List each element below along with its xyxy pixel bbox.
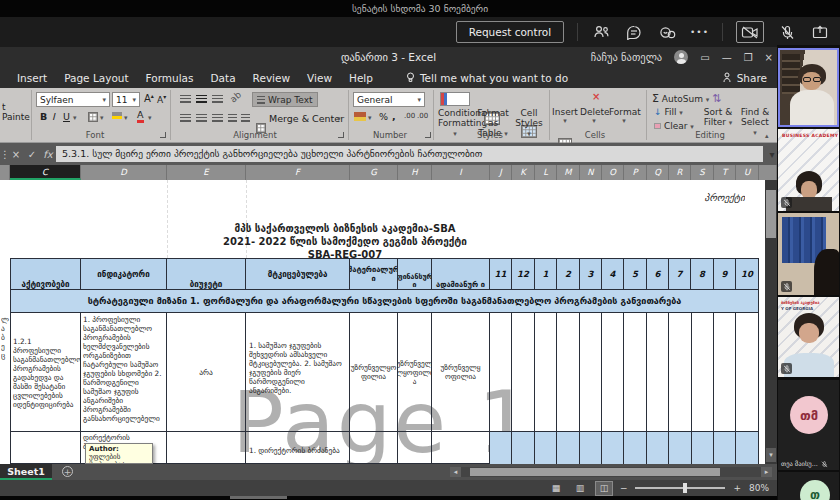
month-header[interactable]: 10: [736, 258, 759, 290]
column-header-c[interactable]: C: [10, 165, 81, 180]
participant-video-2[interactable]: BUSINESS ACADEMY: [778, 129, 839, 211]
format-cells-button[interactable]: Format▾: [609, 107, 639, 125]
month-header[interactable]: 11: [490, 258, 512, 290]
cell-evidence-2[interactable]: 1. დირექტორის ბრძანება: [246, 432, 350, 464]
align-center-icon[interactable]: [196, 114, 207, 122]
fill-button[interactable]: ↓ Fill ▾: [654, 107, 683, 117]
accounting-dropdown[interactable]: ▾: [368, 114, 372, 122]
wrap-text-button[interactable]: Wrap Text: [252, 92, 318, 107]
tab-page-layout[interactable]: Page Layout: [64, 72, 128, 84]
normal-view-icon[interactable]: ▦: [548, 482, 564, 495]
column-header-d[interactable]: D: [81, 165, 167, 180]
font-color-icon[interactable]: A: [137, 110, 144, 123]
column-header-t[interactable]: T: [714, 165, 736, 180]
zoom-slider-thumb[interactable]: [683, 483, 687, 493]
fill-color-dropdown[interactable]: ▾: [124, 114, 128, 122]
column-header-v-partial[interactable]: [759, 165, 777, 180]
tab-data[interactable]: Data: [211, 72, 236, 84]
merge-center-button[interactable]: Merge & Center: [269, 113, 344, 124]
column-header-f[interactable]: F: [246, 165, 350, 180]
vertical-scrollbar[interactable]: ▾: [765, 180, 777, 464]
insert-cells-button[interactable]: Insert▾: [551, 107, 579, 125]
column-header-n[interactable]: N: [580, 165, 602, 180]
accounting-format-icon[interactable]: [354, 112, 366, 121]
participant-video-1[interactable]: [778, 48, 839, 127]
conditional-formatting-icon[interactable]: [440, 92, 470, 106]
borders-dropdown[interactable]: ▾: [100, 114, 104, 122]
percent-style-button[interactable]: %: [379, 111, 388, 122]
strategic-goal-row[interactable]: სტრატეგიული მიზანი 1. ფორმალური და არაფო…: [10, 290, 759, 313]
cell-budget-2[interactable]: [167, 432, 246, 464]
formula-expand-icon[interactable]: ▾: [767, 149, 777, 160]
tab-review[interactable]: Review: [253, 72, 290, 84]
autosum-button[interactable]: Σ AutoSum ▾: [652, 92, 709, 105]
delete-cells-button[interactable]: Delete▾: [580, 107, 608, 125]
formula-input[interactable]: 5.3.1. სულ მცირე ერთი პროექტის განხორციე…: [56, 146, 763, 162]
month-header[interactable]: 12: [512, 258, 535, 290]
column-header-q[interactable]: Q: [647, 165, 669, 180]
column-header-s[interactable]: S: [691, 165, 714, 180]
tell-me-box[interactable]: Tell me what you want to do: [406, 72, 568, 84]
underline-dropdown[interactable]: ▾: [73, 114, 77, 122]
font-dialog-launcher[interactable]: [160, 132, 166, 138]
cancel-icon[interactable]: ×: [8, 149, 24, 160]
participant-tile-5[interactable]: თმ თეა მაისუ...: [778, 380, 839, 470]
enter-icon[interactable]: ✓: [24, 149, 40, 160]
column-header-p[interactable]: P: [624, 165, 647, 180]
share-button[interactable]: Share: [723, 67, 767, 88]
column-header-l[interactable]: L: [535, 165, 557, 180]
header-indicator[interactable]: ინდიკატორი: [81, 258, 167, 290]
sort-filter-button[interactable]: Sort &Filter ▾: [700, 107, 736, 127]
column-header-m[interactable]: M: [557, 165, 580, 180]
page-break-preview-icon[interactable]: ◫: [596, 482, 612, 495]
cell-indicator-1[interactable]: 1. პროფესიული საგანმანათლებლო პროგრამები…: [81, 313, 167, 432]
decrease-indent-icon[interactable]: [228, 114, 237, 122]
month-header[interactable]: 7: [669, 258, 691, 290]
new-sheet-button[interactable]: +: [62, 466, 73, 477]
camera-off-icon[interactable]: [736, 21, 764, 43]
cell-financial-1[interactable]: უზრუნველ ლყოფილი ა: [398, 313, 432, 432]
close-button[interactable]: ×: [765, 52, 773, 63]
zoom-level[interactable]: 80%: [749, 483, 769, 493]
align-middle-icon[interactable]: [196, 95, 207, 103]
zoom-slider[interactable]: [635, 487, 725, 489]
zoom-in-icon[interactable]: +: [733, 483, 741, 493]
column-header-g[interactable]: G: [350, 165, 398, 180]
column-header-u[interactable]: U: [736, 165, 759, 180]
more-options-icon[interactable]: •••: [690, 27, 709, 37]
column-header-h[interactable]: H: [398, 165, 432, 180]
merge-dropdown[interactable]: ▾: [337, 115, 341, 123]
format-painter-fragment[interactable]: t Painter: [2, 102, 30, 122]
cell-activity-2[interactable]: [10, 432, 81, 464]
align-top-icon[interactable]: [180, 95, 191, 103]
sheet-tab-sheet1[interactable]: Sheet1: [0, 464, 52, 480]
italic-button[interactable]: I: [52, 111, 55, 122]
column-header-partial[interactable]: [0, 165, 10, 180]
number-format-select[interactable]: General▾: [353, 92, 425, 107]
number-dialog-launcher[interactable]: [425, 132, 431, 138]
account-avatar[interactable]: [674, 50, 688, 64]
month-header[interactable]: 9: [714, 258, 736, 290]
column-header-r[interactable]: R: [669, 165, 691, 180]
month-header[interactable]: 4: [602, 258, 624, 290]
month-header[interactable]: 8: [691, 258, 714, 290]
zoom-out-icon[interactable]: −: [620, 483, 628, 493]
decrease-decimal-button[interactable]: .00: [417, 112, 428, 120]
ribbon-options-icon[interactable]: ▭: [700, 52, 709, 63]
cell-material-2[interactable]: [350, 432, 398, 464]
fx-icon[interactable]: fx: [40, 149, 56, 160]
participant-video-4[interactable]: ბიზნესის აკადემია Y OF GEORGIA: [778, 297, 839, 377]
grow-font-button[interactable]: A▴: [144, 92, 154, 104]
increase-decimal-button[interactable]: .00: [404, 112, 415, 120]
cell-human-2[interactable]: [432, 432, 490, 464]
font-color-dropdown[interactable]: ▾: [148, 114, 152, 122]
shrink-font-button[interactable]: A▾: [157, 93, 166, 105]
chat-icon[interactable]: [624, 23, 644, 41]
collapse-ribbon-icon[interactable]: ▴: [765, 132, 769, 140]
borders-icon[interactable]: [88, 112, 98, 122]
share-screen-icon[interactable]: [810, 23, 830, 41]
tab-insert[interactable]: Insert: [17, 72, 47, 84]
align-right-icon[interactable]: [212, 114, 223, 122]
cell-evidence-1[interactable]: 1. სამუშაო ჯგუფების შეხვედრის ამსახველი …: [246, 313, 350, 432]
underline-button[interactable]: U: [63, 111, 70, 122]
